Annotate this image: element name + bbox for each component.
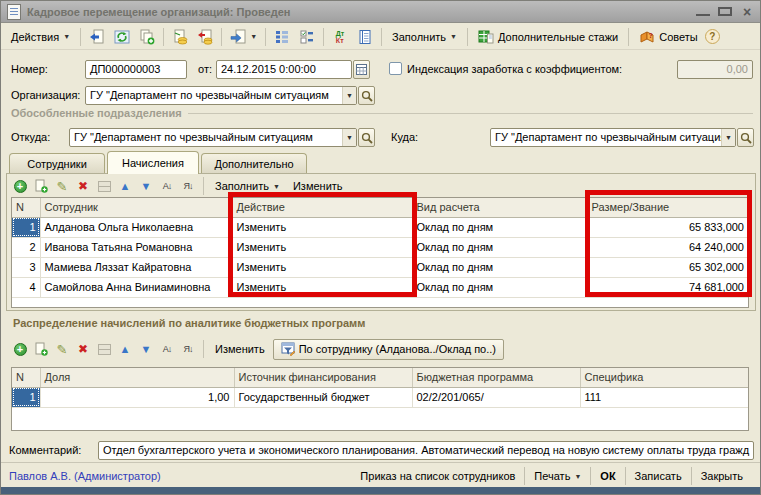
employee-cell[interactable]: Самойлова Анна Виниаминовна (40, 277, 232, 297)
copy-button[interactable] (135, 26, 159, 48)
row-number-cell[interactable]: 4 (12, 277, 40, 297)
save-button[interactable]: Записать (626, 466, 691, 486)
spec-cell[interactable]: 111 (580, 387, 748, 407)
fill-button[interactable]: Заполнить ▼ (386, 26, 463, 48)
table-row[interactable]: 1 1,00 Государственный бюджет 02/2/201/0… (12, 387, 748, 407)
print-button[interactable]: Печать ▼ (525, 466, 590, 486)
edit-row-button[interactable]: ✎ (53, 340, 71, 358)
window-title: Кадровое перемещение организаций: Провед… (27, 6, 690, 18)
chevron-down-icon[interactable]: ▼ (721, 129, 735, 146)
post-document-icon (172, 29, 188, 45)
calc-type-cell[interactable]: Оклад по дням (412, 237, 587, 257)
move-up-button[interactable]: ▲ (116, 177, 134, 195)
action-cell[interactable]: Изменить (232, 237, 412, 257)
amount-cell[interactable]: 65 833,000 (587, 217, 748, 237)
from-combo[interactable]: ГУ "Департамент по чрезвычайным ситуация… (69, 128, 357, 147)
indexation-checkbox[interactable] (389, 62, 402, 75)
table-row[interactable]: 3 Мамиева Ляззат Кайратовна Изменить Окл… (12, 257, 748, 277)
from-lookup-button[interactable] (358, 128, 375, 147)
program-cell[interactable]: 02/2/201/065/ (412, 387, 580, 407)
svg-text:?: ? (649, 32, 653, 39)
add-row-button[interactable]: + (11, 340, 29, 358)
end-edit-button[interactable] (95, 340, 113, 358)
employee-cell[interactable]: Алданова Ольга Николаевна (40, 217, 232, 237)
minimize-button[interactable] (696, 6, 710, 18)
post-button[interactable] (168, 26, 192, 48)
action-cell[interactable]: Изменить (232, 277, 412, 297)
copy-row-button[interactable] (32, 177, 50, 195)
chevron-down-icon[interactable]: ▼ (342, 87, 356, 104)
journal-button[interactable] (353, 26, 377, 48)
organization-combo[interactable]: ГУ "Департамент по чрезвычайным ситуация… (85, 86, 357, 105)
row-number-cell[interactable]: 1 (12, 387, 40, 407)
calc-type-cell[interactable]: Оклад по дням (412, 217, 587, 237)
current-user-link[interactable]: Павлов А.В. (Администратор) (9, 470, 161, 482)
table-row[interactable]: 4 Самойлова Анна Виниаминовна Изменить О… (12, 277, 748, 297)
accruals-fill-button[interactable]: Заполнить ▼ (210, 179, 285, 193)
close-button[interactable]: × (740, 4, 754, 20)
accruals-change-button[interactable]: Изменить (288, 179, 348, 193)
magnifier-icon (740, 132, 752, 144)
ok-button[interactable]: ОК (591, 466, 624, 486)
actions-button[interactable]: Действия ▼ (5, 26, 76, 48)
sort-desc-button[interactable]: Я↓ (179, 340, 197, 358)
number-input[interactable]: ДП000000003 (85, 60, 187, 79)
maximize-button[interactable] (718, 6, 732, 18)
table-row[interactable]: 2 Иванова Татьяна Романовна Изменить Окл… (12, 237, 748, 257)
to-lookup-button[interactable] (737, 128, 754, 147)
indexation-coefficient-input: 0,00 (677, 60, 753, 79)
copy-row-button[interactable] (32, 340, 50, 358)
by-employee-filter-button[interactable]: По сотруднику (Алданова../Оклад по..) (273, 339, 504, 360)
dt-kt-button[interactable]: ДтКт (328, 26, 352, 48)
action-cell[interactable]: Изменить (232, 217, 412, 237)
row-number-cell[interactable]: 1 (12, 217, 40, 237)
additional-experience-button[interactable]: Дополнительные стажи (472, 26, 624, 48)
sort-asc-button[interactable]: А↓ (158, 340, 176, 358)
source-cell[interactable]: Государственный бюджет (234, 387, 412, 407)
end-edit-button[interactable] (95, 177, 113, 195)
unpost-button[interactable] (193, 26, 217, 48)
tab-accruals[interactable]: Начисления (107, 151, 199, 174)
help-button[interactable]: ? (705, 29, 720, 44)
delete-row-button[interactable]: ✖ (74, 177, 92, 195)
amount-cell[interactable]: 74 681,000 (587, 277, 748, 297)
tips-button[interactable]: ? Советы (633, 26, 703, 48)
edit-row-button[interactable]: ✎ (53, 177, 71, 195)
reread-button[interactable] (85, 26, 109, 48)
order-for-employees-button[interactable]: Приказ на список сотрудников (351, 466, 524, 486)
move-up-button[interactable]: ▲ (116, 340, 134, 358)
delete-row-button[interactable]: ✖ (74, 340, 92, 358)
to-combo[interactable]: ГУ "Департамент по чрезвычайным ситуация… (490, 128, 736, 147)
distribution-change-button[interactable]: Изменить (210, 342, 270, 356)
refresh-button[interactable] (110, 26, 134, 48)
structure-button[interactable] (270, 26, 294, 48)
row-number-cell[interactable]: 3 (12, 257, 40, 277)
sort-asc-button[interactable]: А↓ (158, 177, 176, 195)
organization-lookup-button[interactable] (358, 86, 375, 105)
amount-cell[interactable]: 65 302,000 (587, 257, 748, 277)
calc-type-cell[interactable]: Оклад по дням (412, 277, 587, 297)
add-row-button[interactable]: + (11, 177, 29, 195)
amount-cell[interactable]: 64 240,000 (587, 237, 748, 257)
tips-book-icon: ? (639, 29, 655, 45)
chevron-down-icon[interactable]: ▼ (342, 129, 356, 146)
goto-button[interactable]: ▼ (226, 26, 261, 48)
date-input[interactable]: 24.12.2015 0:00:00 (216, 60, 352, 79)
close-window-button[interactable]: Закрыть (692, 466, 752, 486)
employee-cell[interactable]: Иванова Татьяна Романовна (40, 237, 232, 257)
table-row[interactable]: 1 Алданова Ольга Николаевна Изменить Окл… (12, 217, 748, 237)
employee-cell[interactable]: Мамиева Ляззат Кайратовна (40, 257, 232, 277)
action-cell[interactable]: Изменить (232, 257, 412, 277)
calc-type-cell[interactable]: Оклад по дням (412, 257, 587, 277)
movements-button[interactable] (295, 26, 319, 48)
comment-input[interactable]: Отдел бухгалтерского учета и экономическ… (98, 441, 754, 460)
move-down-button[interactable]: ▼ (137, 177, 155, 195)
tab-employees[interactable]: Сотрудники (9, 153, 105, 173)
sort-desc-button[interactable]: Я↓ (179, 177, 197, 195)
calendar-button[interactable] (353, 60, 370, 79)
row-number-cell[interactable]: 2 (12, 237, 40, 257)
share-cell[interactable]: 1,00 (40, 387, 234, 407)
distribution-table: N Доля Источник финансирования Бюджетная… (11, 367, 749, 431)
tab-additional[interactable]: Дополнительно (201, 153, 307, 173)
move-down-button[interactable]: ▼ (137, 340, 155, 358)
